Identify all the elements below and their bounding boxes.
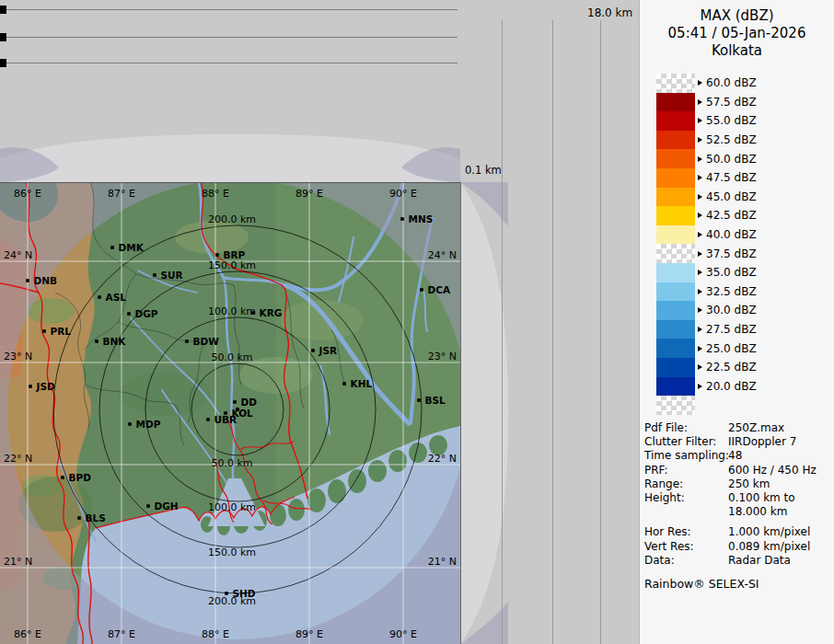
- scale-tick-arrow-icon: [698, 232, 702, 237]
- city-label: BNK: [103, 336, 127, 347]
- scale-tick-arrow-icon: [698, 307, 702, 313]
- longitude-label: 90° E: [389, 628, 417, 640]
- info-label: Hor Res:: [644, 525, 728, 539]
- scale-label: 47.5 dBZ: [706, 171, 757, 184]
- city-marker: [185, 339, 189, 343]
- top-scale-tick: [0, 33, 6, 41]
- scale-row: 40.0 dBZ: [656, 225, 757, 245]
- info-value: IIRDoppler 7: [728, 435, 796, 448]
- scale-label: 40.0 dBZ: [706, 228, 757, 241]
- scale-swatch: [656, 131, 695, 150]
- scale-swatch: [656, 206, 695, 225]
- radar-app-window: 18.0 km 0.1 km: [0, 0, 834, 644]
- scale-swatch: [656, 358, 695, 377]
- city-label: KHL: [351, 378, 373, 389]
- info-label: Height:: [644, 491, 728, 505]
- station-name: Kolkata: [640, 42, 834, 59]
- scale-tick-arrow-icon: [698, 80, 702, 86]
- city-marker: [29, 385, 32, 388]
- city-label: BSL: [425, 395, 446, 406]
- scale-row: 32.5 dBZ: [656, 282, 757, 302]
- city-marker: [127, 312, 131, 316]
- scale-label: 27.5 dBZ: [706, 323, 757, 336]
- latitude-label: 21° N: [428, 556, 457, 568]
- info-row: Clutter Filter:IIRDoppler 7: [644, 435, 832, 449]
- legend-panel: MAX (dBZ) 05:41 / 05-Jan-2026 Kolkata 60…: [639, 0, 834, 644]
- latitude-label: 21° N: [4, 556, 32, 568]
- scale-tick-arrow-icon: [698, 364, 702, 370]
- scale-label: 37.5 dBZ: [706, 247, 757, 260]
- scale-swatch: [656, 282, 695, 302]
- city-label: ASL: [106, 292, 127, 303]
- latitude-label: 24° N: [428, 249, 457, 261]
- info-value: 250Z.max: [728, 421, 784, 434]
- latitude-label: 24° N: [4, 249, 32, 261]
- scale-swatch: [656, 74, 695, 93]
- scale-row: 20.0 dBZ: [656, 377, 757, 397]
- range-ring-label: 150.0 km: [208, 546, 256, 558]
- info-label: Time sampling:: [644, 449, 728, 463]
- latitude-label: 22° N: [428, 453, 457, 465]
- city-marker: [251, 311, 255, 315]
- scale-swatch: [656, 244, 695, 263]
- radar-map-view[interactable]: 86° E86° E87° E87° E88° E88° E89° E89° E…: [0, 182, 460, 644]
- info-value: 600 Hz / 450 Hz: [728, 464, 817, 477]
- city-label: DD: [241, 397, 258, 408]
- city-marker: [153, 273, 156, 277]
- info-value: 0.089 km/pixel: [728, 540, 810, 553]
- scale-label: 42.5 dBZ: [706, 209, 757, 222]
- city-marker: [342, 382, 346, 385]
- range-ring-label: 200.0 km: [208, 213, 256, 225]
- city-label: MDP: [136, 419, 161, 430]
- scale-label: 22.5 dBZ: [706, 361, 757, 374]
- top-scale-tick: [0, 6, 6, 14]
- scale-swatch: [656, 320, 695, 339]
- scale-label: 25.0 dBZ: [706, 342, 757, 355]
- scale-row: [656, 396, 757, 415]
- info-row: Vert Res:0.089 km/pixel: [644, 540, 832, 554]
- city-label: BRP: [224, 249, 246, 260]
- info-value: 1.000 km/pixel: [728, 525, 810, 538]
- range-ring-label: 100.0 km: [208, 501, 256, 513]
- city-marker: [233, 400, 237, 404]
- city-marker: [215, 253, 219, 257]
- scale-row: 57.5 dBZ: [656, 93, 757, 112]
- city-marker: [146, 504, 150, 508]
- city-marker: [128, 422, 132, 426]
- city-label: UBR: [214, 414, 237, 425]
- scale-row: 60.0 dBZ: [656, 74, 757, 93]
- scale-row: 47.5 dBZ: [656, 168, 757, 188]
- scale-label: 35.0 dBZ: [706, 266, 757, 279]
- scale-row: 42.5 dBZ: [656, 206, 757, 225]
- latitude-label: 22° N: [4, 453, 32, 465]
- height-axis-min-label: 0.1 km: [465, 164, 502, 177]
- city-label: SHD: [233, 588, 256, 599]
- scale-swatch: [656, 111, 695, 131]
- info-value: 18.000 km: [728, 505, 787, 518]
- scale-swatch: [656, 377, 695, 397]
- range-ring-label: 50.0 km: [211, 457, 252, 469]
- latitude-label: 23° N: [4, 351, 32, 362]
- longitude-label: 86° E: [14, 188, 41, 200]
- scale-row: 50.0 dBZ: [656, 149, 757, 168]
- scale-label: 45.0 dBZ: [706, 190, 757, 203]
- info-value: 48: [728, 449, 742, 462]
- longitude-label: 89° E: [295, 188, 323, 200]
- longitude-label: 87° E: [108, 188, 135, 200]
- scale-row: 52.5 dBZ: [656, 131, 757, 150]
- scale-row: 25.0 dBZ: [656, 339, 757, 358]
- info-label: Clutter Filter:: [644, 435, 728, 449]
- product-timestamp: 05:41 / 05-Jan-2026: [640, 25, 834, 41]
- scale-swatch: [656, 188, 695, 207]
- info-label: Data:: [644, 554, 728, 568]
- scale-row: 35.0 dBZ: [656, 263, 757, 282]
- top-scale-tick: [0, 59, 6, 67]
- city-marker: [95, 339, 98, 343]
- info-row: PRF:600 Hz / 450 Hz: [644, 464, 832, 477]
- scale-tick-arrow-icon: [698, 213, 702, 218]
- scale-swatch: [656, 396, 695, 415]
- info-row: Range:250 km: [644, 477, 832, 491]
- city-label: DMK: [119, 242, 145, 253]
- scale-tick-arrow-icon: [698, 327, 702, 332]
- height-axis-max-label: 18.0 km: [587, 6, 632, 19]
